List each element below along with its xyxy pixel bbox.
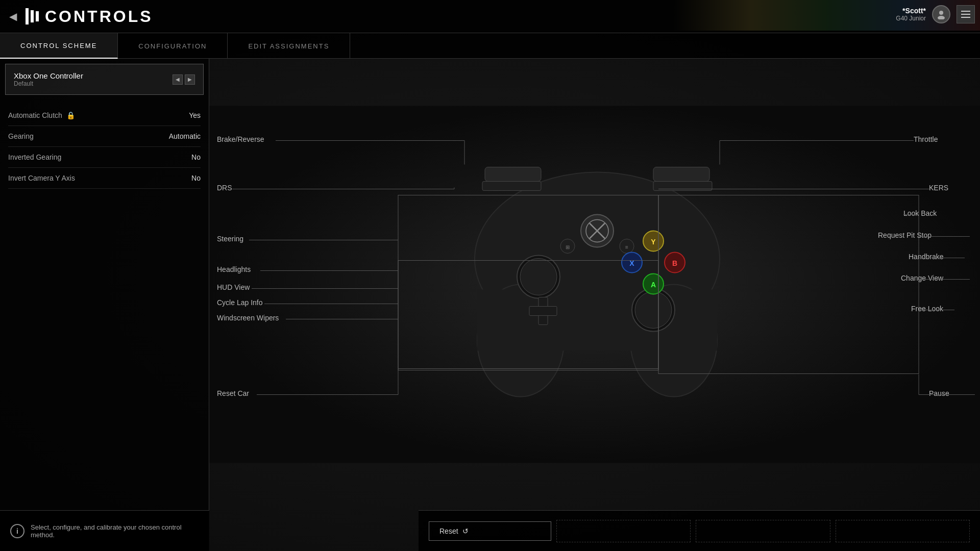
page-title: CONTROLS [45,7,153,26]
tab-configuration[interactable]: CONFIGURATION [118,33,228,59]
main-container: ◀ CONTROLS *Scott* G40 Junior [0,0,980,551]
setting-value-automatic-clutch: Yes [189,111,201,119]
svg-point-0 [939,11,943,15]
svg-text:≡: ≡ [625,244,628,250]
svg-text:B: B [672,259,677,267]
next-scheme-button[interactable]: ▶ [185,74,195,85]
svg-rect-9 [482,182,541,191]
setting-label-inverted-gearing: Inverted Gearing [8,153,61,161]
menu-line [961,17,970,18]
svg-rect-6 [477,290,717,351]
bottom-bar: Reset ↺ [419,510,980,551]
settings-list: Automatic Clutch 🔒 Yes Gearing Automatic… [0,105,209,189]
svg-point-24 [635,292,672,329]
svg-text:Windscreen Wipers: Windscreen Wipers [217,314,279,322]
svg-text:A: A [651,281,656,289]
scheme-arrows: ◀ ▶ [173,74,195,85]
reset-icon: ↺ [462,527,469,535]
menu-button[interactable] [957,5,975,23]
svg-text:Brake/Reverse: Brake/Reverse [217,135,264,143]
svg-text:KERS: KERS [929,184,948,192]
scheme-sub: Default [14,80,83,87]
info-icon: i [10,524,24,538]
svg-text:Free Look: Free Look [911,305,944,313]
scheme-name: Xbox One Controller [14,71,83,80]
user-rank: G40 Junior [896,15,926,22]
svg-text:Reset Car: Reset Car [217,389,249,397]
empty-slot-1 [556,520,691,542]
info-text: Select, configure, and calibrate your ch… [31,523,199,539]
setting-value-gearing: Automatic [169,132,201,140]
svg-point-16 [520,259,557,295]
svg-text:X: X [629,259,634,267]
scheme-selector[interactable]: Xbox One Controller Default ◀ ▶ [5,64,204,95]
back-button[interactable]: ◀ [0,0,26,33]
svg-text:⊞: ⊞ [566,244,570,250]
setting-value-invert-camera: No [191,174,201,182]
svg-text:HUD View: HUD View [217,283,250,291]
svg-text:Request Pit Stop: Request Pit Stop [878,231,932,239]
info-bar: i Select, configure, and calibrate your … [0,510,209,551]
setting-label-gearing: Gearing [8,132,34,140]
setting-row-automatic-clutch[interactable]: Automatic Clutch 🔒 Yes [8,105,201,126]
setting-label-invert-camera: Invert Camera Y Axis [8,174,75,182]
setting-label-automatic-clutch: Automatic Clutch 🔒 [8,111,75,119]
user-name: *Scott* [896,7,926,15]
menu-line [961,11,970,12]
title-area: CONTROLS [26,7,153,26]
title-bar-1 [26,8,29,24]
header: ◀ CONTROLS *Scott* G40 Junior [0,0,980,33]
reset-label: Reset [439,527,458,535]
title-bar-2 [31,10,34,22]
svg-rect-8 [653,167,709,182]
setting-row-inverted-gearing[interactable]: Inverted Gearing No [8,147,201,168]
svg-text:Cycle Lap Info: Cycle Lap Info [217,298,263,307]
empty-slot-3 [836,520,970,542]
svg-text:Y: Y [651,238,656,246]
svg-text:Throttle: Throttle [914,135,938,143]
user-avatar [932,5,950,23]
tabs-bar: CONTROL SCHEME CONFIGURATION EDIT ASSIGN… [0,33,980,59]
left-panel: Xbox One Controller Default ◀ ▶ Automati… [0,59,209,551]
empty-slot-2 [696,520,830,542]
svg-point-1 [938,16,945,19]
tab-control-scheme[interactable]: CONTROL SCHEME [0,33,118,59]
lock-icon: 🔒 [66,111,75,119]
scheme-info: Xbox One Controller Default [14,71,83,87]
svg-text:Steering: Steering [217,235,243,243]
svg-text:DRS: DRS [217,184,232,192]
svg-text:Change View: Change View [901,274,944,282]
title-bar-3 [36,11,39,21]
svg-rect-7 [485,167,541,182]
setting-value-inverted-gearing: No [191,153,201,161]
svg-text:Headlights: Headlights [217,265,251,273]
menu-line [961,14,970,15]
content-area: ⊞ ≡ Y X B A [209,59,980,551]
title-icon [26,8,39,24]
tab-edit-assignments[interactable]: EDIT ASSIGNMENTS [228,33,350,59]
reset-button[interactable]: Reset ↺ [429,521,551,541]
setting-row-gearing[interactable]: Gearing Automatic [8,126,201,147]
svg-text:Look Back: Look Back [903,209,937,217]
setting-row-invert-camera[interactable]: Invert Camera Y Axis No [8,168,201,189]
svg-text:Pause: Pause [929,389,949,397]
prev-scheme-button[interactable]: ◀ [173,74,183,85]
user-area: *Scott* G40 Junior [896,5,975,23]
user-info: *Scott* G40 Junior [896,7,926,22]
svg-rect-18 [529,307,557,316]
controller-diagram: ⊞ ≡ Y X B A [209,59,980,510]
svg-text:Handbrake: Handbrake [909,253,944,261]
